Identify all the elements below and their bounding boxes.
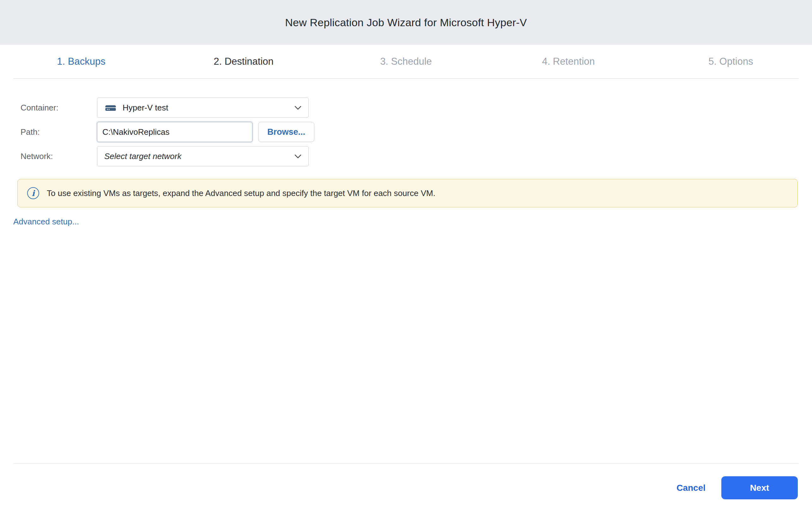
path-label: Path: xyxy=(20,127,97,137)
wizard-steps: 1. Backups 2. Destination 3. Schedule 4.… xyxy=(0,45,812,78)
network-row: Network: Select target network xyxy=(20,146,798,166)
step-retention: 4. Retention xyxy=(487,56,650,67)
footer-actions: Cancel Next xyxy=(0,464,812,499)
container-value: Hyper-V test xyxy=(123,103,289,113)
wizard-footer: Cancel Next xyxy=(0,463,812,499)
network-label: Network: xyxy=(20,152,97,161)
wizard-dialog: New Replication Job Wizard for Microsoft… xyxy=(0,0,812,227)
step-destination[interactable]: 2. Destination xyxy=(162,56,325,67)
chevron-down-icon xyxy=(295,154,302,158)
advanced-setup-link[interactable]: Advanced setup... xyxy=(13,217,79,227)
network-placeholder: Select target network xyxy=(104,152,289,161)
path-input[interactable] xyxy=(97,122,252,142)
container-row: Container: Hyper-V test xyxy=(20,98,798,118)
wizard-header: New Replication Job Wizard for Microsoft… xyxy=(0,0,812,45)
wizard-body: Container: Hyper-V test xyxy=(0,98,812,227)
destination-form: Container: Hyper-V test xyxy=(13,98,798,166)
path-row: Path: Browse... xyxy=(20,122,798,142)
step-backups[interactable]: 1. Backups xyxy=(0,56,162,67)
step-options: 5. Options xyxy=(650,56,812,67)
steps-divider xyxy=(13,78,799,78)
next-button[interactable]: Next xyxy=(721,476,798,499)
wizard-title: New Replication Job Wizard for Microsoft… xyxy=(285,16,527,29)
info-banner: i To use existing VMs as targets, expand… xyxy=(17,179,798,207)
cancel-button[interactable]: Cancel xyxy=(677,483,705,493)
container-label: Container: xyxy=(20,103,97,113)
info-banner-text: To use existing VMs as targets, expand t… xyxy=(47,188,435,198)
container-dropdown[interactable]: Hyper-V test xyxy=(97,98,309,118)
browse-button[interactable]: Browse... xyxy=(258,122,314,142)
info-icon: i xyxy=(27,187,39,199)
chevron-down-icon xyxy=(295,106,302,110)
datastore-icon xyxy=(104,103,117,112)
step-schedule: 3. Schedule xyxy=(325,56,487,67)
network-dropdown[interactable]: Select target network xyxy=(97,146,309,166)
